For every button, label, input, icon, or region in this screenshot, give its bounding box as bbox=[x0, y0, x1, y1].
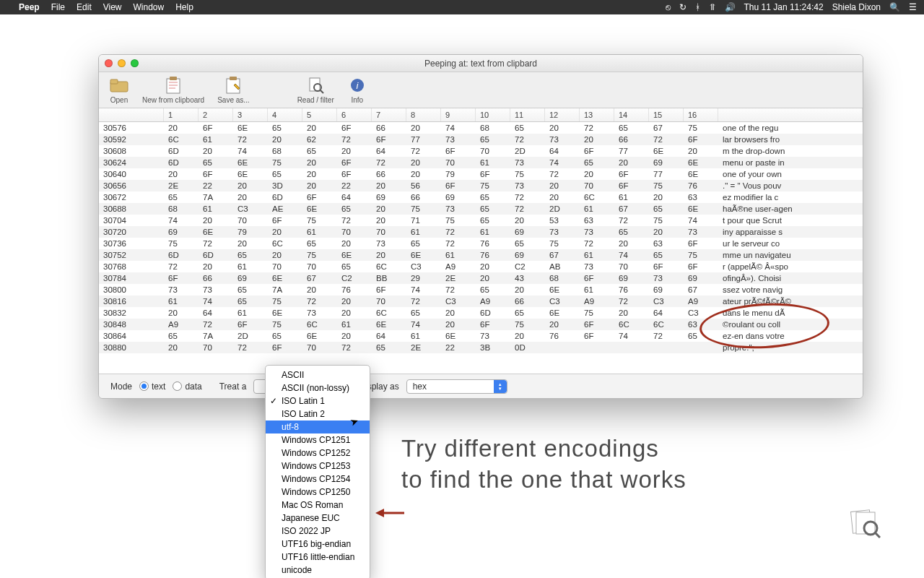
table-row[interactable]: 307846F66696E67C2BB292E2043686F697369ofi… bbox=[99, 272, 863, 284]
save-as-label: Save as... bbox=[217, 96, 249, 104]
menu-file[interactable]: File bbox=[51, 2, 65, 12]
column-header[interactable]: 14 bbox=[614, 108, 649, 121]
column-header[interactable]: 12 bbox=[545, 108, 580, 121]
column-header[interactable]: 9 bbox=[441, 108, 476, 121]
column-header[interactable] bbox=[718, 108, 863, 121]
volume-icon[interactable]: 🔊 bbox=[725, 2, 736, 12]
hex-cell: 75 bbox=[684, 249, 718, 261]
encoding-option[interactable]: Windows CP1254 bbox=[266, 473, 370, 486]
table-row[interactable]: 306886861C3AE6E6520757365722D6167656EhaÃ… bbox=[99, 203, 863, 215]
titlebar[interactable]: Peeping at: text from clipbard bbox=[99, 55, 863, 72]
open-button[interactable]: Open bbox=[109, 76, 129, 104]
hex-cell: 6C bbox=[580, 191, 614, 203]
hex-cell: 6F bbox=[164, 272, 199, 284]
hex-cell: 76 bbox=[614, 284, 649, 296]
hex-cell: 65 bbox=[649, 249, 684, 261]
wifi-icon[interactable]: ⥣ bbox=[709, 2, 716, 12]
mode-data-radio[interactable]: data bbox=[173, 381, 201, 392]
encoding-option[interactable]: Japanese EUC bbox=[266, 512, 370, 525]
hex-cell: 75 bbox=[268, 157, 302, 168]
table-row[interactable]: 307367572206C65207365727665757220636Fur … bbox=[99, 238, 863, 249]
encoding-option[interactable]: ISO Latin 1 bbox=[266, 394, 370, 407]
timemachine-icon[interactable]: ↻ bbox=[679, 2, 687, 12]
close-button[interactable] bbox=[105, 59, 113, 67]
encoding-option[interactable]: UTF16 big-endian bbox=[266, 538, 370, 551]
column-header[interactable]: 10 bbox=[476, 108, 510, 121]
column-header[interactable]: 16 bbox=[684, 108, 718, 121]
menu-window[interactable]: Window bbox=[134, 2, 165, 12]
column-header[interactable]: 2 bbox=[199, 108, 233, 121]
column-header[interactable]: 8 bbox=[406, 108, 441, 121]
column-header[interactable]: 3 bbox=[233, 108, 268, 121]
hex-cell: A9 bbox=[476, 296, 510, 307]
table-row[interactable]: 30672657A206D6F646966696572206C612063ez … bbox=[99, 191, 863, 203]
table-row[interactable]: 307047420706F757220717565205363727574t p… bbox=[99, 215, 863, 226]
column-header[interactable]: 4 bbox=[268, 108, 302, 121]
hex-cell: 73 bbox=[441, 134, 476, 145]
column-header[interactable]: 15 bbox=[649, 108, 684, 121]
encoding-option[interactable]: UTF16 little-endian bbox=[266, 551, 370, 564]
hex-cell: 65 bbox=[614, 226, 649, 238]
encoding-option[interactable]: Windows CP1253 bbox=[266, 460, 370, 473]
encoding-option[interactable]: Mac OS Roman bbox=[266, 499, 370, 512]
table-row[interactable]: 30640206F6E65206F6620796F7572206F776E on… bbox=[99, 168, 863, 180]
minimize-button[interactable] bbox=[118, 59, 126, 67]
hex-cell: 6F bbox=[684, 134, 718, 145]
encoding-option[interactable]: ASCII bbox=[266, 368, 370, 381]
menubar: Peep File Edit View Window Help ⎋ ↻ ᚼ ⥣ … bbox=[0, 0, 924, 14]
column-header[interactable]: 11 bbox=[510, 108, 545, 121]
hex-cell: 65 bbox=[268, 168, 302, 180]
table-row[interactable]: 30576206F6E65206F66207468652072656775 on… bbox=[99, 122, 863, 134]
table-row[interactable]: 307526D6D6520756E206E6176696761746575mme… bbox=[99, 249, 863, 261]
bluetooth-icon[interactable]: ᚼ bbox=[695, 2, 700, 12]
status-icon[interactable]: ⎋ bbox=[666, 2, 671, 12]
spotlight-icon[interactable]: 🔍 bbox=[889, 2, 900, 12]
mode-text-radio[interactable]: text bbox=[139, 381, 165, 392]
table-row[interactable]: 307687220617070656CC3A920C2AB73706F6Fr (… bbox=[99, 261, 863, 272]
notification-center-icon[interactable]: ☰ bbox=[909, 2, 917, 12]
encoding-option[interactable]: Windows CP1251 bbox=[266, 434, 370, 447]
annotation-line2: to find the one that works bbox=[401, 466, 687, 493]
hex-cell: 66 bbox=[372, 122, 406, 134]
column-header[interactable]: 1 bbox=[164, 108, 199, 121]
user-name[interactable]: Shiela Dixon bbox=[832, 2, 881, 12]
clipboard-new-icon bbox=[163, 76, 183, 95]
save-as-button[interactable]: Save as... bbox=[217, 76, 249, 104]
menu-help[interactable]: Help bbox=[175, 2, 193, 12]
column-header[interactable]: 7 bbox=[372, 108, 406, 121]
hex-cell: 20 bbox=[406, 122, 441, 134]
hex-cell: 7A bbox=[199, 330, 233, 342]
encoding-option[interactable]: Windows CP1252 bbox=[266, 447, 370, 460]
display-as-select[interactable]: hex▲▼ bbox=[406, 379, 507, 394]
table-row[interactable]: 306246D656E75206F7220706173746520696Emen… bbox=[99, 157, 863, 168]
table-row[interactable]: 306562E22203D202220566F757320706F7576." … bbox=[99, 180, 863, 191]
hex-cell: 20 bbox=[302, 122, 337, 134]
zoom-button[interactable] bbox=[131, 59, 139, 67]
menu-edit[interactable]: Edit bbox=[77, 2, 92, 12]
encoding-dropdown[interactable]: ASCIIASCII (non-lossy)ISO Latin 1ISO Lat… bbox=[265, 365, 370, 578]
column-header[interactable] bbox=[99, 108, 164, 121]
column-header[interactable]: 6 bbox=[337, 108, 372, 121]
info-button[interactable]: i Info bbox=[347, 76, 367, 104]
encoding-option[interactable]: ISO 2022 JP bbox=[266, 525, 370, 538]
table-row[interactable]: 306086D207468652064726F702D646F776E20m t… bbox=[99, 145, 863, 157]
hex-cell: 20 bbox=[614, 238, 649, 249]
menu-app[interactable]: Peep bbox=[19, 2, 40, 12]
read-filter-button[interactable]: Read / filter bbox=[297, 76, 334, 104]
table-row[interactable]: 308007373657A20766F747265206E61766967sse… bbox=[99, 284, 863, 296]
hex-cell: 20 bbox=[164, 307, 199, 319]
column-header[interactable]: 5 bbox=[302, 108, 337, 121]
encoding-option[interactable]: Windows CP1250 bbox=[266, 486, 370, 499]
hex-cell: 0D bbox=[510, 342, 545, 353]
encoding-option[interactable]: ASCII (non-lossy) bbox=[266, 381, 370, 394]
encoding-option[interactable]: unicode bbox=[266, 564, 370, 577]
table-row[interactable]: 30720696E7920617070617261697373652073iny… bbox=[99, 226, 863, 238]
menu-view[interactable]: View bbox=[103, 2, 122, 12]
hex-cell: 63 bbox=[649, 238, 684, 249]
clock[interactable]: Thu 11 Jan 11:24:42 bbox=[744, 2, 824, 12]
new-from-clipboard-button[interactable]: New from clipboard bbox=[142, 76, 204, 104]
hex-cell: 74 bbox=[164, 215, 199, 226]
table-row[interactable]: 305926C61722062726F77736572732066726Flar… bbox=[99, 134, 863, 145]
svg-marker-12 bbox=[375, 509, 384, 517]
column-header[interactable]: 13 bbox=[580, 108, 614, 121]
